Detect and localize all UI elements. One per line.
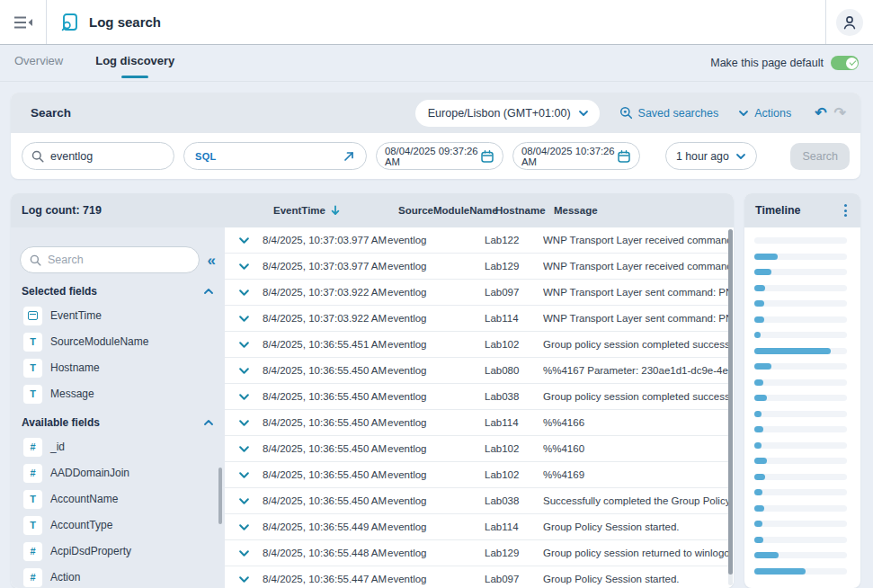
timeline-row[interactable] xyxy=(754,269,847,275)
field-label: AADDomainJoin xyxy=(50,467,129,479)
table-scrollbar-thumb[interactable] xyxy=(728,229,733,575)
timeline-menu-kebab-icon[interactable] xyxy=(842,201,850,219)
from-date-input[interactable]: 08/04/2025 09:37:26 AM xyxy=(376,142,503,170)
timeline-row[interactable] xyxy=(754,300,847,307)
expand-row-chevron-icon[interactable] xyxy=(225,575,263,584)
sql-query-field[interactable]: SQL xyxy=(183,142,367,170)
timeline-row[interactable] xyxy=(754,521,847,527)
saved-searches-button[interactable]: Saved searches xyxy=(619,106,719,120)
timeline-row[interactable] xyxy=(754,379,847,386)
field-item[interactable]: T Message xyxy=(20,383,216,405)
available-fields-header[interactable]: Available fields xyxy=(22,416,214,429)
timezone-select[interactable]: Europe/Lisbon (GMT+01:00) xyxy=(415,100,600,127)
query-input[interactable] xyxy=(50,150,165,163)
timeline-row[interactable] xyxy=(754,537,847,543)
tab-log-discovery[interactable]: Log discovery xyxy=(95,50,174,76)
log-row[interactable]: 8/4/2025, 10:36:55.450 AM eventlog Lab10… xyxy=(225,462,728,488)
field-item[interactable]: # Action xyxy=(20,566,216,588)
field-search-input[interactable] xyxy=(48,254,190,266)
expand-row-chevron-icon[interactable] xyxy=(225,523,263,531)
expand-arrow-icon[interactable] xyxy=(343,150,355,163)
column-header-eventtime[interactable]: EventTime xyxy=(273,205,398,216)
field-item[interactable]: T AccountName xyxy=(20,488,216,510)
timeline-row[interactable] xyxy=(754,426,847,432)
cell-sourcemodulename: eventlog xyxy=(388,339,485,350)
expand-row-chevron-icon[interactable] xyxy=(225,315,263,323)
sidebar-scrollbar[interactable] xyxy=(218,468,222,524)
field-item[interactable]: # AcpiDsdProperty xyxy=(20,540,216,562)
expand-row-chevron-icon[interactable] xyxy=(225,419,263,427)
expand-row-chevron-icon[interactable] xyxy=(225,497,263,505)
user-icon xyxy=(842,14,858,31)
field-item[interactable]: EventTime xyxy=(20,305,216,326)
timeline-row[interactable] xyxy=(754,332,847,338)
expand-row-chevron-icon[interactable] xyxy=(225,263,263,271)
expand-row-chevron-icon[interactable] xyxy=(225,341,263,349)
cell-hostname: Lab038 xyxy=(485,391,543,402)
collapse-sidebar-icon[interactable]: « xyxy=(208,253,216,268)
actions-menu-button[interactable]: Actions xyxy=(738,107,791,120)
timeline-row[interactable] xyxy=(754,254,847,260)
user-avatar-button[interactable] xyxy=(836,9,863,36)
log-row[interactable]: 8/4/2025, 10:37:03.977 AM eventlog Lab12… xyxy=(225,227,728,254)
undo-button[interactable]: ↶ xyxy=(811,106,830,120)
timeline-bar xyxy=(754,254,778,260)
timeline-row[interactable] xyxy=(754,411,847,417)
timeline-row[interactable] xyxy=(754,489,847,495)
to-date-input[interactable]: 08/04/2025 10:37:26 AM xyxy=(512,142,640,170)
search-button[interactable]: Search xyxy=(790,143,850,170)
timeline-row[interactable] xyxy=(754,505,847,512)
log-row[interactable]: 8/4/2025, 10:36:55.450 AM eventlog Lab03… xyxy=(225,384,728,410)
expand-row-chevron-icon[interactable] xyxy=(225,289,263,297)
field-item[interactable]: T Hostname xyxy=(20,357,216,379)
column-header-sourcemodulename[interactable]: SourceModuleName xyxy=(398,205,495,216)
field-search-wrap xyxy=(20,246,200,273)
timeline-row[interactable] xyxy=(754,237,847,244)
field-item[interactable]: T AccountType xyxy=(20,514,216,536)
timeline-row[interactable] xyxy=(754,458,847,464)
log-row[interactable]: 8/4/2025, 10:36:55.447 AM eventlog Lab09… xyxy=(225,566,728,588)
timeline-row[interactable] xyxy=(754,474,847,480)
field-item[interactable]: # AADDomainJoin xyxy=(20,462,216,484)
selected-fields-header[interactable]: Selected fields xyxy=(22,285,214,298)
expand-row-chevron-icon[interactable] xyxy=(225,236,263,245)
expand-row-chevron-icon[interactable] xyxy=(225,393,263,401)
log-row[interactable]: 8/4/2025, 10:36:55.448 AM eventlog Lab12… xyxy=(225,540,728,566)
cell-message: WNP Transport Layer sent command: PNG, T… xyxy=(543,287,728,298)
log-row[interactable]: 8/4/2025, 10:36:55.450 AM eventlog Lab03… xyxy=(225,488,728,514)
timeline-track xyxy=(754,395,847,401)
timeline-row[interactable] xyxy=(754,285,847,291)
log-row[interactable]: 8/4/2025, 10:37:03.922 AM eventlog Lab09… xyxy=(225,280,728,306)
field-item[interactable]: # _id xyxy=(20,436,216,458)
log-row[interactable]: 8/4/2025, 10:36:55.450 AM eventlog Lab10… xyxy=(225,436,728,462)
log-row[interactable]: 8/4/2025, 10:36:55.451 AM eventlog Lab10… xyxy=(225,332,728,358)
expand-row-chevron-icon[interactable] xyxy=(225,549,263,557)
expand-row-chevron-icon[interactable] xyxy=(225,367,263,375)
field-label: AccountName xyxy=(50,493,118,505)
log-row[interactable]: 8/4/2025, 10:36:55.450 AM eventlog Lab08… xyxy=(225,358,728,384)
cell-message: %%4166 xyxy=(543,417,728,428)
cell-hostname: Lab097 xyxy=(485,287,543,298)
timeline-row[interactable] xyxy=(754,348,847,354)
field-item[interactable]: T SourceModuleName xyxy=(20,331,216,352)
make-default-toggle[interactable] xyxy=(831,56,859,70)
timeline-row[interactable] xyxy=(754,363,847,370)
menu-collapse-button[interactable] xyxy=(0,0,47,44)
column-header-hostname[interactable]: Hostname xyxy=(495,205,554,216)
redo-button[interactable]: ↷ xyxy=(831,106,850,120)
log-row[interactable]: 8/4/2025, 10:36:55.449 AM eventlog Lab11… xyxy=(225,514,728,540)
timeline-row[interactable] xyxy=(754,552,847,558)
cell-sourcemodulename: eventlog xyxy=(388,261,485,272)
tab-overview[interactable]: Overview xyxy=(14,50,63,76)
timeline-row[interactable] xyxy=(754,442,847,449)
log-row[interactable]: 8/4/2025, 10:37:03.922 AM eventlog Lab11… xyxy=(225,306,728,332)
log-row[interactable]: 8/4/2025, 10:36:55.450 AM eventlog Lab11… xyxy=(225,410,728,436)
log-row[interactable]: 8/4/2025, 10:37:03.977 AM eventlog Lab12… xyxy=(225,254,728,280)
timeline-row[interactable] xyxy=(754,316,847,323)
expand-row-chevron-icon[interactable] xyxy=(225,445,263,453)
timeline-row[interactable] xyxy=(754,395,847,401)
time-range-select[interactable]: 1 hour ago xyxy=(665,142,757,170)
expand-row-chevron-icon[interactable] xyxy=(225,471,263,479)
timeline-row[interactable] xyxy=(754,568,847,575)
column-header-message[interactable]: Message xyxy=(554,205,734,216)
